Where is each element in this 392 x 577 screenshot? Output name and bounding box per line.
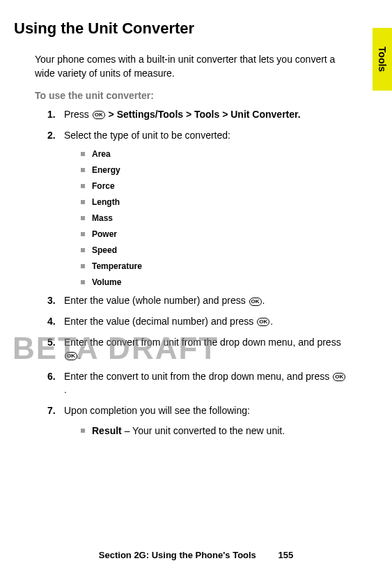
result-item: Result – Your unit converted to the new …	[81, 425, 364, 436]
unit-item: Speed	[81, 245, 364, 255]
ok-icon: OK	[65, 352, 77, 360]
step-number: 7.	[47, 404, 64, 418]
side-tab-label: Tools	[377, 47, 388, 72]
page-footer: Section 2G: Using the Phone's Tools 155	[0, 550, 392, 560]
side-tab: Tools	[373, 28, 392, 91]
result-label: Result	[92, 425, 122, 436]
unit-item: Area	[81, 149, 364, 159]
step-text: Select the type of unit to be converted:	[64, 129, 347, 143]
ok-icon: OK	[257, 318, 269, 326]
page-heading: Using the Unit Converter	[14, 20, 364, 38]
step-text: Press OK > Settings/Tools > Tools > Unit…	[64, 108, 347, 122]
unit-item: Energy	[81, 165, 364, 175]
step-text: Upon completion you will see the followi…	[64, 404, 347, 418]
step-7: 7. Upon completion you will see the foll…	[47, 404, 364, 418]
bullet-icon	[81, 168, 85, 172]
footer-section: Section 2G: Using the Phone's Tools	[99, 550, 256, 560]
step-text: Enter the value (decimal number) and pre…	[64, 315, 347, 329]
bullet-icon	[81, 280, 85, 284]
step-5: 5. Enter the convert from unit from the …	[47, 336, 364, 363]
unit-item: Length	[81, 197, 364, 207]
step-4: 4. Enter the value (decimal number) and …	[47, 315, 364, 329]
step-text: Enter the convert from unit from the dro…	[64, 336, 347, 363]
unit-item: Volume	[81, 277, 364, 287]
intro-text: Your phone comes with a built-in unit co…	[35, 53, 364, 80]
unit-item: Temperature	[81, 261, 364, 271]
step-3: 3. Enter the value (whole number) and pr…	[47, 294, 364, 308]
step-number: 6.	[47, 370, 64, 397]
ok-icon: OK	[93, 111, 105, 119]
bullet-icon	[81, 184, 85, 188]
unit-list: Area Energy Force Length Mass Power Spee…	[81, 149, 364, 287]
result-text: – Your unit converted to the new unit.	[122, 425, 285, 436]
step-number: 2.	[47, 129, 64, 143]
step-1: 1. Press OK > Settings/Tools > Tools > U…	[47, 108, 364, 122]
step-number: 5.	[47, 336, 64, 363]
subheading: To use the unit converter:	[35, 90, 364, 101]
unit-item: Force	[81, 181, 364, 191]
footer-page-number: 155	[278, 550, 293, 560]
step-text: Enter the convert to unit from the drop …	[64, 370, 347, 397]
ok-icon: OK	[249, 298, 262, 306]
step-number: 4.	[47, 315, 64, 329]
step-number: 1.	[47, 108, 64, 122]
step-2: 2. Select the type of unit to be convert…	[47, 129, 364, 143]
step-6: 6. Enter the convert to unit from the dr…	[47, 370, 364, 397]
unit-item: Power	[81, 229, 364, 239]
unit-item: Mass	[81, 213, 364, 223]
bullet-icon	[81, 248, 85, 252]
ok-icon: OK	[333, 373, 345, 381]
bullet-icon	[81, 200, 85, 204]
step-number: 3.	[47, 294, 64, 308]
step-text: Enter the value (whole number) and press…	[64, 294, 347, 308]
bullet-icon	[81, 152, 85, 156]
bullet-icon	[81, 216, 85, 220]
bullet-icon	[81, 429, 85, 433]
bullet-icon	[81, 264, 85, 268]
bullet-icon	[81, 232, 85, 236]
